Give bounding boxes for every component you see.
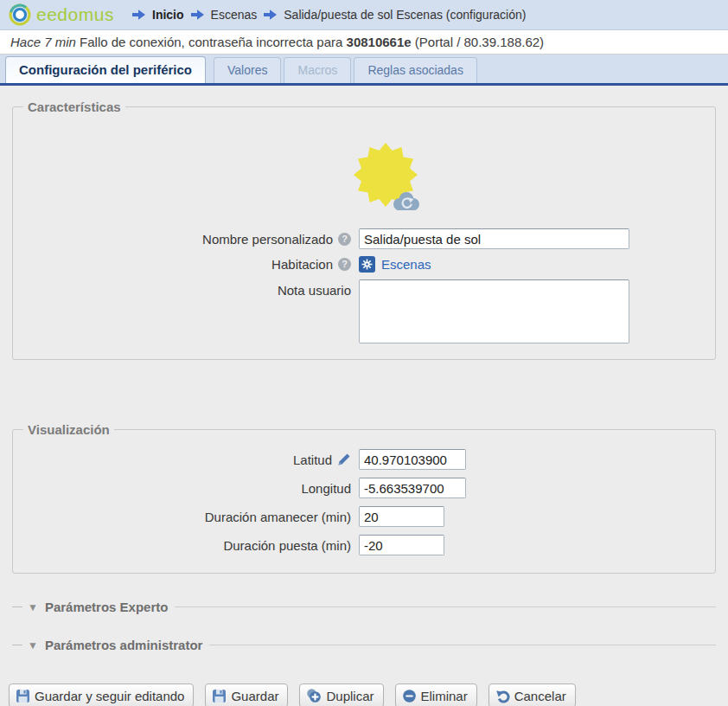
parametros-experto-label: Parámetros Experto — [45, 600, 169, 614]
help-icon[interactable]: ? — [338, 258, 351, 271]
save-icon — [16, 689, 30, 703]
tab-bar: Configuración del periférico Valores Mac… — [0, 55, 728, 86]
breadcrumb-arrow-icon — [190, 9, 205, 21]
save-and-continue-label: Guardar y seguir editando — [35, 689, 184, 703]
section-visualizacion: Visualización Latitud Longitud — [12, 422, 716, 574]
latitud-input[interactable] — [359, 449, 466, 470]
app-header: eedomus Inicio Escenas Salida/puesta de … — [0, 0, 728, 30]
sun-cloud-sync-icon — [351, 140, 424, 213]
breadcrumb-arrow-icon — [131, 9, 146, 21]
main-content: Características Nombre personalizado ? — [0, 86, 728, 706]
tab-configuracion-periferico[interactable]: Configuración del periférico — [5, 56, 206, 83]
edit-pencil-icon[interactable] — [337, 452, 351, 466]
delete-label: Eliminar — [421, 689, 468, 703]
habitacion-label: Habitacion — [271, 257, 333, 272]
field-row-longitud: Longitud — [22, 478, 706, 498]
tab-reglas-asociadas[interactable]: Reglas asociadas — [354, 57, 477, 83]
logo-text: eedomus — [36, 4, 114, 25]
breadcrumb-item-escenas[interactable]: Escenas — [211, 8, 258, 22]
cancel-label: Cancelar — [514, 689, 566, 703]
field-row-latitud: Latitud — [22, 449, 706, 470]
nombre-label: Nombre personalizado — [202, 232, 333, 247]
eedomus-logo-icon — [9, 3, 31, 26]
cancel-button[interactable]: Cancelar — [489, 684, 576, 706]
section-parametros-experto[interactable]: ▼ Parámetros Experto — [12, 600, 716, 614]
delete-icon — [402, 689, 417, 703]
breadcrumb-arrow-icon — [263, 9, 278, 21]
save-button[interactable]: Guardar — [205, 684, 288, 706]
longitud-label: Longitud — [301, 481, 351, 496]
duplicate-button[interactable]: Duplicar — [299, 684, 383, 706]
section-parametros-administrator[interactable]: ▼ Parámetros administrator — [12, 638, 716, 652]
duplicate-icon — [306, 688, 322, 703]
longitud-input[interactable] — [359, 478, 466, 498]
delete-button[interactable]: Eliminar — [395, 684, 477, 706]
notification-bar: Hace 7 min Fallo de conexión, contraseña… — [0, 30, 728, 55]
save-label: Guardar — [231, 689, 278, 703]
eedomus-logo[interactable]: eedomus — [9, 3, 131, 26]
parametros-administrator-label: Parámetros administrator — [45, 638, 203, 652]
tab-valores[interactable]: Valores — [214, 57, 281, 83]
amanecer-label: Duración amanecer (min) — [205, 510, 351, 524]
notification-message: Fallo de conexión, contraseña incorrecta… — [76, 35, 347, 49]
latitud-label: Latitud — [293, 452, 332, 467]
save-icon — [212, 689, 227, 703]
divider — [209, 645, 716, 645]
help-icon[interactable]: ? — [338, 233, 351, 246]
breadcrumb-item-current[interactable]: Salida/puesta de sol Escenas (configurac… — [284, 8, 526, 22]
notification-detail: (Portal / 80.39.188.62) — [412, 35, 544, 49]
breadcrumb-item-inicio[interactable]: Inicio — [152, 8, 184, 22]
field-row-habitacion: Habitacion ? Escen — [22, 256, 706, 273]
nombre-input[interactable] — [359, 228, 629, 249]
notification-time: Hace 7 min — [10, 35, 76, 49]
field-row-puesta: Duración puesta (min) — [22, 535, 706, 555]
breadcrumb: Inicio Escenas Salida/puesta de sol Esce… — [131, 8, 526, 22]
nota-label: Nota usuario — [278, 283, 351, 298]
chevron-down-icon: ▼ — [28, 601, 38, 613]
section-caracteristicas: Características Nombre personalizado ? — [12, 99, 716, 360]
section-caracteristicas-legend: Características — [23, 99, 125, 114]
section-visualizacion-legend: Visualización — [23, 422, 114, 437]
save-and-continue-button[interactable]: Guardar y seguir editando — [9, 684, 194, 706]
field-row-nombre: Nombre personalizado ? — [22, 228, 706, 249]
field-row-amanecer: Duración amanecer (min) — [22, 506, 706, 527]
room-gear-icon[interactable] — [359, 256, 375, 273]
puesta-input[interactable] — [359, 535, 444, 555]
nota-textarea[interactable] — [359, 279, 629, 343]
device-icon-wrap — [351, 140, 429, 216]
action-bar: Guardar y seguir editando Guardar Duplic… — [9, 684, 728, 706]
puesta-label: Duración puesta (min) — [223, 538, 351, 553]
divider — [175, 607, 716, 607]
duplicate-label: Duplicar — [326, 689, 374, 703]
undo-icon — [495, 689, 510, 703]
tab-macros: Macros — [284, 57, 351, 83]
chevron-down-icon: ▼ — [28, 639, 38, 651]
room-link-escenas[interactable]: Escenas — [381, 257, 431, 272]
divider — [12, 607, 22, 607]
divider — [12, 645, 22, 645]
field-row-nota: Nota usuario — [22, 279, 706, 343]
notification-account: 30810661e — [347, 35, 412, 49]
amanecer-input[interactable] — [359, 506, 444, 527]
